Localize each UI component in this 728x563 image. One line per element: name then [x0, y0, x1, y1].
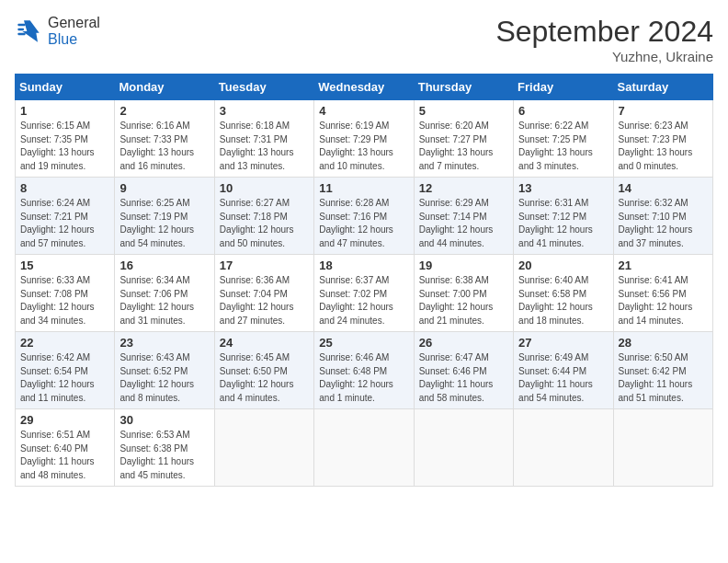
calendar-cell: 5 Sunrise: 6:20 AM Sunset: 7:27 PM Dayli… — [414, 100, 513, 178]
calendar-cell: 25 Sunrise: 6:46 AM Sunset: 6:48 PM Dayl… — [314, 332, 414, 409]
day-info: Sunrise: 6:24 AM Sunset: 7:21 PM Dayligh… — [20, 197, 109, 250]
calendar-header: SundayMondayTuesdayWednesdayThursdayFrid… — [16, 75, 713, 100]
day-number: 3 — [220, 104, 309, 118]
day-number: 28 — [619, 336, 708, 350]
calendar-cell: 19 Sunrise: 6:38 AM Sunset: 7:00 PM Dayl… — [414, 255, 513, 332]
day-number: 21 — [619, 259, 708, 272]
day-number: 14 — [619, 181, 708, 195]
calendar-cell: 8 Sunrise: 6:24 AM Sunset: 7:21 PM Dayli… — [16, 178, 115, 255]
day-info: Sunrise: 6:32 AM Sunset: 7:10 PM Dayligh… — [619, 197, 708, 250]
day-number: 27 — [518, 336, 608, 350]
page-header: General Blue September 2024 Yuzhne, Ukra… — [15, 15, 713, 64]
day-info: Sunrise: 6:45 AM Sunset: 6:50 PM Dayligh… — [220, 351, 309, 405]
day-number: 7 — [619, 104, 708, 118]
day-info: Sunrise: 6:46 AM Sunset: 6:48 PM Dayligh… — [319, 351, 408, 405]
calendar-week-3: 15 Sunrise: 6:33 AM Sunset: 7:08 PM Dayl… — [16, 255, 713, 332]
calendar-cell: 6 Sunrise: 6:22 AM Sunset: 7:25 PM Dayli… — [514, 100, 613, 178]
day-info: Sunrise: 6:34 AM Sunset: 7:06 PM Dayligh… — [119, 274, 209, 327]
day-info: Sunrise: 6:53 AM Sunset: 6:38 PM Dayligh… — [119, 429, 209, 482]
calendar-table: SundayMondayTuesdayWednesdayThursdayFrid… — [15, 74, 713, 487]
day-info: Sunrise: 6:38 AM Sunset: 7:00 PM Dayligh… — [419, 274, 508, 327]
day-info: Sunrise: 6:25 AM Sunset: 7:19 PM Dayligh… — [119, 197, 209, 250]
calendar-cell: 4 Sunrise: 6:19 AM Sunset: 7:29 PM Dayli… — [314, 100, 414, 178]
day-number: 6 — [518, 104, 608, 118]
calendar-cell: 20 Sunrise: 6:40 AM Sunset: 6:58 PM Dayl… — [514, 255, 613, 332]
day-info: Sunrise: 6:49 AM Sunset: 6:44 PM Dayligh… — [518, 351, 608, 405]
calendar-cell: 27 Sunrise: 6:49 AM Sunset: 6:44 PM Dayl… — [514, 332, 613, 409]
day-number: 16 — [119, 259, 209, 272]
day-info: Sunrise: 6:19 AM Sunset: 7:29 PM Dayligh… — [319, 120, 408, 173]
calendar-week-5: 29 Sunrise: 6:51 AM Sunset: 6:40 PM Dayl… — [16, 409, 713, 487]
calendar-cell: 14 Sunrise: 6:32 AM Sunset: 7:10 PM Dayl… — [613, 178, 712, 255]
day-info: Sunrise: 6:18 AM Sunset: 7:31 PM Dayligh… — [220, 120, 309, 173]
day-info: Sunrise: 6:28 AM Sunset: 7:16 PM Dayligh… — [319, 197, 408, 250]
calendar-cell: 23 Sunrise: 6:43 AM Sunset: 6:52 PM Dayl… — [115, 332, 214, 409]
calendar-cell: 28 Sunrise: 6:50 AM Sunset: 6:42 PM Dayl… — [613, 332, 712, 409]
calendar-cell: 30 Sunrise: 6:53 AM Sunset: 6:38 PM Dayl… — [115, 409, 214, 487]
day-number: 30 — [119, 413, 209, 427]
calendar-cell: 7 Sunrise: 6:23 AM Sunset: 7:23 PM Dayli… — [613, 100, 712, 178]
day-info: Sunrise: 6:51 AM Sunset: 6:40 PM Dayligh… — [20, 429, 109, 482]
calendar-cell: 1 Sunrise: 6:15 AM Sunset: 7:35 PM Dayli… — [16, 100, 115, 178]
day-number: 29 — [20, 413, 109, 427]
calendar-cell: 22 Sunrise: 6:42 AM Sunset: 6:54 PM Dayl… — [16, 332, 115, 409]
col-header-wednesday: Wednesday — [314, 75, 414, 100]
day-number: 25 — [319, 336, 408, 350]
day-number: 17 — [220, 259, 309, 272]
day-info: Sunrise: 6:23 AM Sunset: 7:23 PM Dayligh… — [619, 120, 708, 173]
day-info: Sunrise: 6:42 AM Sunset: 6:54 PM Dayligh… — [20, 351, 109, 405]
calendar-cell: 29 Sunrise: 6:51 AM Sunset: 6:40 PM Dayl… — [16, 409, 115, 487]
day-info: Sunrise: 6:47 AM Sunset: 6:46 PM Dayligh… — [419, 351, 508, 405]
day-info: Sunrise: 6:31 AM Sunset: 7:12 PM Dayligh… — [518, 197, 608, 250]
col-header-monday: Monday — [115, 75, 214, 100]
calendar-cell: 16 Sunrise: 6:34 AM Sunset: 7:06 PM Dayl… — [115, 255, 214, 332]
day-number: 4 — [319, 104, 408, 118]
day-number: 22 — [20, 336, 109, 350]
day-number: 1 — [20, 104, 109, 118]
calendar-cell: 24 Sunrise: 6:45 AM Sunset: 6:50 PM Dayl… — [214, 332, 313, 409]
col-header-thursday: Thursday — [414, 75, 513, 100]
day-info: Sunrise: 6:20 AM Sunset: 7:27 PM Dayligh… — [419, 120, 508, 173]
day-number: 2 — [119, 104, 209, 118]
day-number: 20 — [518, 259, 608, 272]
calendar-cell: 2 Sunrise: 6:16 AM Sunset: 7:33 PM Dayli… — [115, 100, 214, 178]
day-number: 8 — [20, 181, 109, 195]
day-info: Sunrise: 6:37 AM Sunset: 7:02 PM Dayligh… — [319, 274, 408, 327]
day-number: 13 — [518, 181, 608, 195]
day-number: 26 — [419, 336, 508, 350]
svg-rect-3 — [17, 33, 25, 36]
day-info: Sunrise: 6:50 AM Sunset: 6:42 PM Dayligh… — [619, 351, 708, 405]
calendar-cell — [613, 409, 712, 487]
svg-rect-1 — [17, 24, 25, 27]
day-info: Sunrise: 6:36 AM Sunset: 7:04 PM Dayligh… — [220, 274, 309, 327]
month-title: September 2024 — [495, 15, 713, 49]
calendar-cell — [314, 409, 414, 487]
logo-text: General Blue — [48, 15, 100, 48]
day-number: 24 — [220, 336, 309, 350]
calendar-cell: 15 Sunrise: 6:33 AM Sunset: 7:08 PM Dayl… — [16, 255, 115, 332]
col-header-tuesday: Tuesday — [214, 75, 313, 100]
day-number: 18 — [319, 259, 408, 272]
col-header-friday: Friday — [514, 75, 613, 100]
day-info: Sunrise: 6:29 AM Sunset: 7:14 PM Dayligh… — [419, 197, 508, 250]
day-number: 9 — [119, 181, 209, 195]
day-number: 23 — [119, 336, 209, 350]
day-info: Sunrise: 6:40 AM Sunset: 6:58 PM Dayligh… — [518, 274, 608, 327]
svg-rect-2 — [17, 29, 24, 31]
calendar-cell: 11 Sunrise: 6:28 AM Sunset: 7:16 PM Dayl… — [314, 178, 414, 255]
col-header-saturday: Saturday — [613, 75, 712, 100]
calendar-cell: 12 Sunrise: 6:29 AM Sunset: 7:14 PM Dayl… — [414, 178, 513, 255]
calendar-cell: 18 Sunrise: 6:37 AM Sunset: 7:02 PM Dayl… — [314, 255, 414, 332]
day-info: Sunrise: 6:22 AM Sunset: 7:25 PM Dayligh… — [518, 120, 608, 173]
calendar-cell: 10 Sunrise: 6:27 AM Sunset: 7:18 PM Dayl… — [214, 178, 313, 255]
day-number: 5 — [419, 104, 508, 118]
calendar-cell: 13 Sunrise: 6:31 AM Sunset: 7:12 PM Dayl… — [514, 178, 613, 255]
calendar-cell — [514, 409, 613, 487]
calendar-cell — [214, 409, 313, 487]
logo: General Blue — [15, 15, 100, 48]
location-subtitle: Yuzhne, Ukraine — [495, 49, 713, 64]
day-number: 12 — [419, 181, 508, 195]
title-block: September 2024 Yuzhne, Ukraine — [495, 15, 713, 64]
day-number: 11 — [319, 181, 408, 195]
day-number: 15 — [20, 259, 109, 272]
